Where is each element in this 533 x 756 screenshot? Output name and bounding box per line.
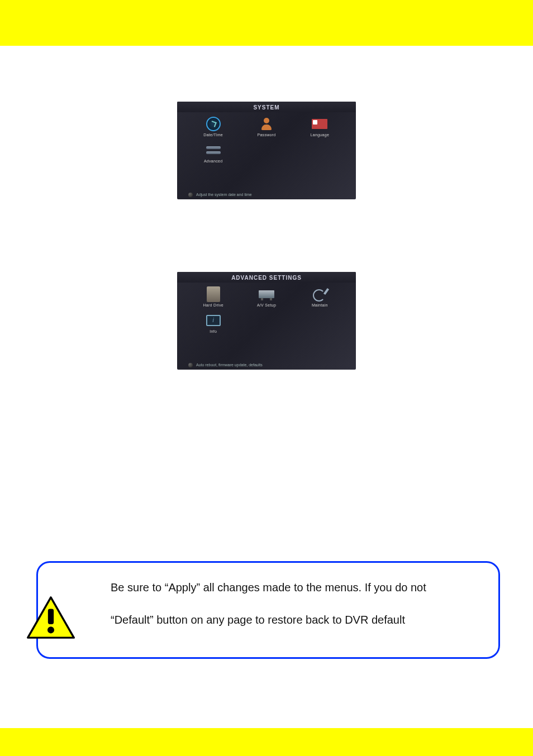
menu-item-maintain[interactable]: Maintain <box>295 286 345 309</box>
menu-item-password[interactable]: Password <box>241 116 291 138</box>
advanced-icon <box>205 143 222 157</box>
info-icon <box>205 314 222 327</box>
menu-item-label: Info <box>188 329 238 333</box>
note-box: Be sure to “Apply” all changes made to t… <box>36 561 500 659</box>
system-menu-title: SYSTEM <box>177 102 356 112</box>
advanced-menu-hint: Auto reboot, firmware update, defaults <box>188 363 263 367</box>
page-content: SYSTEM Date/Time Password Language Advan… <box>0 46 533 386</box>
menu-item-hard-drive[interactable]: Hard Drive <box>188 286 238 309</box>
language-icon <box>311 117 328 131</box>
maintain-icon <box>311 288 328 301</box>
advanced-icon-grid: Hard Drive A/V Setup Maintain Info <box>177 283 356 337</box>
bottom-banner <box>0 728 533 756</box>
top-banner <box>0 0 533 46</box>
date-time-icon <box>205 117 222 131</box>
note-text: Be sure to “Apply” all changes made to t… <box>111 580 482 628</box>
menu-item-label: Language <box>295 133 345 137</box>
password-icon <box>258 117 275 131</box>
svg-point-2 <box>47 626 54 633</box>
hard-drive-icon <box>205 288 222 301</box>
menu-item-label: A/V Setup <box>241 303 291 307</box>
menu-item-advanced[interactable]: Advanced <box>188 142 238 165</box>
menu-item-date-time[interactable]: Date/Time <box>188 116 238 138</box>
advanced-settings-screenshot: ADVANCED SETTINGS Hard Drive A/V Setup M… <box>177 272 356 370</box>
system-icon-grid: Date/Time Password Language Advanced <box>177 112 356 167</box>
menu-item-label: Date/Time <box>188 133 238 137</box>
warning-icon <box>27 596 75 639</box>
note-line-2: “Default” button on any page to restore … <box>111 612 482 628</box>
system-menu-screenshot: SYSTEM Date/Time Password Language Advan… <box>177 102 356 199</box>
note-line-1: Be sure to “Apply” all changes made to t… <box>111 580 482 595</box>
system-menu-hint: Adjust the system date and time <box>188 193 252 197</box>
menu-item-label: Advanced <box>188 159 238 163</box>
advanced-settings-title: ADVANCED SETTINGS <box>177 272 356 283</box>
menu-item-label: Maintain <box>295 303 345 307</box>
menu-item-label: Password <box>241 133 291 137</box>
menu-item-language[interactable]: Language <box>295 116 345 138</box>
av-setup-icon <box>258 288 275 301</box>
menu-item-av-setup[interactable]: A/V Setup <box>241 286 291 309</box>
svg-rect-1 <box>48 609 54 625</box>
menu-item-label: Hard Drive <box>188 303 238 307</box>
menu-item-info[interactable]: Info <box>188 312 238 335</box>
